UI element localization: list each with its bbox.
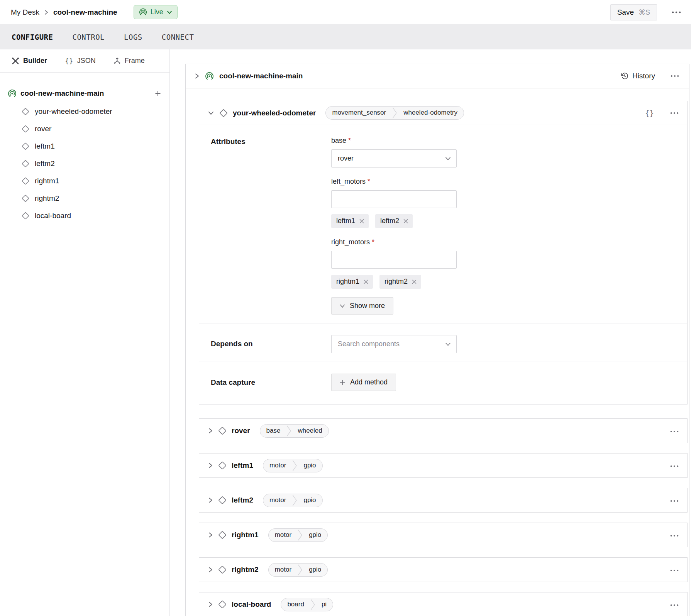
tab-bar: CONFIGURE CONTROL LOGS CONNECT xyxy=(0,24,691,49)
tree-item[interactable]: your-wheeled-odometer xyxy=(8,103,161,120)
row-overflow-menu-button[interactable] xyxy=(670,500,679,502)
chevron-down-icon xyxy=(445,157,451,161)
type-pill: movement_sensor wheeled-odometry xyxy=(325,106,464,120)
remove-chip-icon[interactable] xyxy=(359,219,364,223)
raw-json-icon[interactable]: {} xyxy=(645,109,654,117)
chevron-right-icon[interactable] xyxy=(208,427,213,434)
tree-root-machine-part[interactable]: cool-new-machine-main xyxy=(8,86,161,101)
add-component-icon[interactable] xyxy=(155,90,161,96)
tree-item[interactable]: rightm2 xyxy=(8,190,161,207)
resource-row[interactable]: leftm1 motor gpio xyxy=(199,453,688,478)
base-select[interactable]: rover xyxy=(331,149,457,168)
chevron-right-icon[interactable] xyxy=(194,73,200,80)
right-motors-input[interactable] xyxy=(331,251,457,269)
component-tree: cool-new-machine-main your-wheeled-odome… xyxy=(0,73,169,224)
mode-frame[interactable]: Frame xyxy=(113,57,145,65)
tab-logs[interactable]: LOGS xyxy=(124,33,142,41)
attributes-section: Attributes base* rover xyxy=(199,125,687,323)
remove-chip-icon[interactable] xyxy=(412,279,417,284)
row-overflow-menu-button[interactable] xyxy=(670,569,679,572)
motor-chip-label: leftm1 xyxy=(336,217,355,225)
chevron-down-icon xyxy=(340,304,345,308)
odometer-card-header: your-wheeled-odometer movement_sensor wh… xyxy=(199,101,687,125)
mode-builder-label: Builder xyxy=(23,57,47,65)
remove-chip-icon[interactable] xyxy=(403,219,408,223)
broadcast-icon xyxy=(8,89,17,98)
component-diamond-icon xyxy=(218,565,227,574)
tree-children: your-wheeled-odometer rover left xyxy=(8,103,161,224)
resource-row[interactable]: local-board board pi xyxy=(199,592,688,616)
tree-item-label: rover xyxy=(35,125,51,133)
motor-chip-label: rightm2 xyxy=(384,278,408,286)
overflow-menu-button[interactable] xyxy=(672,11,681,14)
tree-item[interactable]: leftm1 xyxy=(8,137,161,155)
type-pill: base wheeled xyxy=(260,424,329,438)
save-button-label: Save xyxy=(617,8,634,17)
tree-item-label: local-board xyxy=(35,212,71,220)
row-overflow-menu-button[interactable] xyxy=(670,465,679,467)
pill-type: motor xyxy=(263,494,292,507)
resource-row[interactable]: rover base wheeled xyxy=(199,418,688,443)
resource-row[interactable]: leftm2 motor gpio xyxy=(199,488,688,513)
depends-on-select[interactable]: Search components xyxy=(331,335,457,353)
history-button[interactable]: History xyxy=(621,72,655,80)
resource-name: leftm2 xyxy=(232,496,253,504)
live-status-dropdown[interactable]: Live xyxy=(134,5,178,19)
odometer-card-title: your-wheeled-odometer xyxy=(233,109,316,117)
resource-name: leftm1 xyxy=(232,461,253,470)
data-capture-label: Data capture xyxy=(211,374,331,391)
mode-json-label: JSON xyxy=(77,57,96,65)
pill-separator-icon xyxy=(392,107,397,119)
tree-item[interactable]: leftm2 xyxy=(8,155,161,172)
tree-item[interactable]: rightm1 xyxy=(8,172,161,190)
row-overflow-menu-button[interactable] xyxy=(670,604,679,606)
resource-name: rover xyxy=(232,426,250,435)
tree-item-label: rightm1 xyxy=(35,177,59,185)
add-method-button[interactable]: Add method xyxy=(331,374,396,391)
chevron-right-icon[interactable] xyxy=(208,601,213,608)
save-button[interactable]: Save ⌘S xyxy=(610,4,657,20)
component-diamond-icon xyxy=(22,142,29,150)
pill-type: motor xyxy=(269,564,298,576)
chevron-right-icon[interactable] xyxy=(208,462,213,469)
right-motors-field: right_motors* rightm1 xyxy=(331,238,457,289)
type-pill: motor gpio xyxy=(263,459,323,472)
card-overflow-menu-button[interactable] xyxy=(670,112,679,114)
mode-json[interactable]: {} JSON xyxy=(65,57,96,65)
remove-chip-icon[interactable] xyxy=(364,279,368,284)
tree-item[interactable]: rover xyxy=(8,120,161,137)
mode-builder[interactable]: Builder xyxy=(12,57,47,65)
tab-configure[interactable]: CONFIGURE xyxy=(12,33,53,41)
top-bar: My Desk cool-new-machine Live Save ⌘S xyxy=(0,0,691,24)
pill-separator-icon xyxy=(292,494,297,506)
tab-connect[interactable]: CONNECT xyxy=(162,33,194,41)
pill-separator-icon xyxy=(298,529,303,541)
left-motors-chips: leftm1 leftm2 xyxy=(331,214,457,228)
breadcrumb-parent[interactable]: My Desk xyxy=(11,8,39,17)
part-overflow-menu-button[interactable] xyxy=(671,75,679,77)
plus-icon xyxy=(340,379,346,385)
attributes-section-label: Attributes xyxy=(211,137,331,315)
show-more-button[interactable]: Show more xyxy=(331,297,393,315)
chevron-down-icon[interactable] xyxy=(208,111,214,115)
tree-root-label: cool-new-machine-main xyxy=(20,89,104,98)
required-marker: * xyxy=(348,137,351,144)
chevron-right-icon[interactable] xyxy=(208,497,213,504)
left-motors-input[interactable] xyxy=(331,190,457,208)
row-overflow-menu-button[interactable] xyxy=(670,535,679,537)
depends-on-label: Depends on xyxy=(211,335,331,353)
breadcrumb-chevron-icon xyxy=(44,9,49,15)
chevron-right-icon[interactable] xyxy=(208,566,213,573)
pill-model: gpio xyxy=(297,494,322,507)
resource-row[interactable]: rightm2 motor gpio xyxy=(199,557,688,582)
row-overflow-menu-button[interactable] xyxy=(670,430,679,433)
type-pill: motor gpio xyxy=(263,494,323,507)
tree-item[interactable]: local-board xyxy=(8,207,161,224)
component-diamond-icon xyxy=(218,426,227,435)
chevron-right-icon[interactable] xyxy=(208,531,213,538)
add-method-label: Add method xyxy=(350,378,388,386)
resource-row[interactable]: rightm1 motor gpio xyxy=(199,523,688,547)
tab-control[interactable]: CONTROL xyxy=(72,33,105,41)
motor-chip: rightm1 xyxy=(331,275,373,289)
required-marker: * xyxy=(368,178,370,185)
